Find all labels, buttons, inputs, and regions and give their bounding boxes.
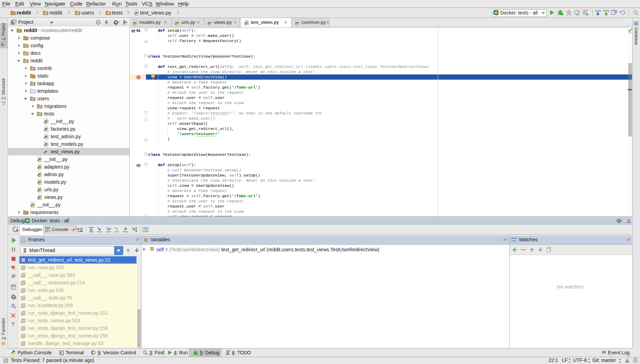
svg-text:VCS: VCS [603, 9, 609, 12]
svg-text:VCS: VCS [595, 9, 601, 12]
svg-text:di: di [495, 11, 498, 14]
svg-text:di: di [26, 219, 28, 222]
